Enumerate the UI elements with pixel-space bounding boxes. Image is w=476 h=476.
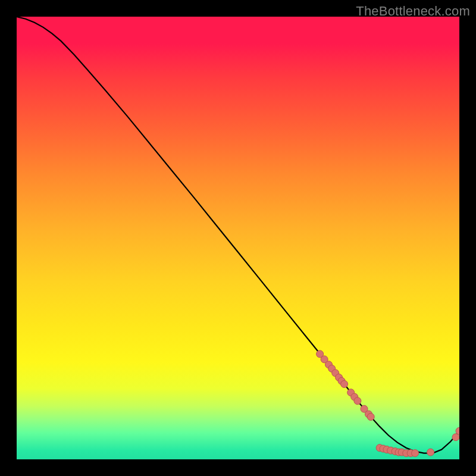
curve-layer: [17, 17, 459, 459]
watermark-text: TheBottleneck.com: [356, 4, 470, 19]
chart-stage: TheBottleneck.com: [0, 0, 476, 476]
bottleneck-curve: [17, 17, 459, 453]
data-point: [354, 397, 361, 405]
plot-area: [17, 17, 459, 459]
data-point: [412, 450, 419, 457]
data-point: [367, 414, 374, 421]
data-markers: [317, 350, 459, 457]
data-point: [341, 381, 348, 388]
data-point: [427, 449, 434, 456]
